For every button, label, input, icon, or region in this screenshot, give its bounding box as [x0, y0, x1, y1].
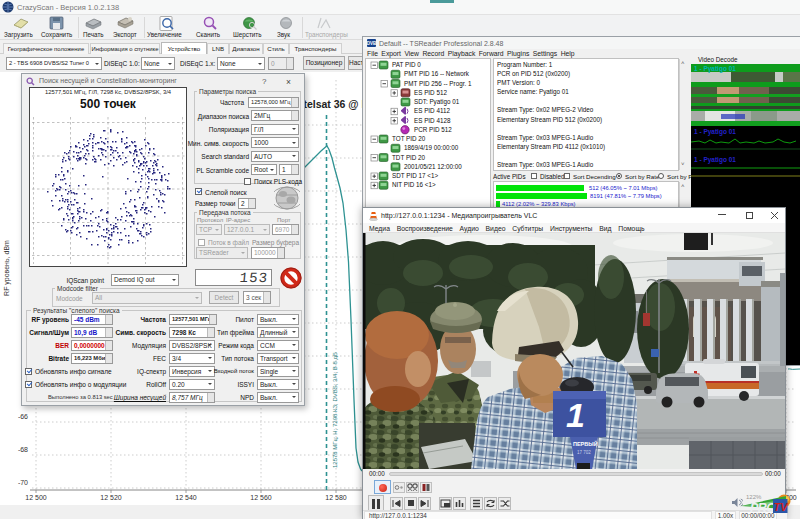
svg-text:TV: TV	[774, 501, 790, 513]
svg-text:1 - Pyatigo 01: 1 - Pyatigo 01	[694, 128, 736, 136]
svg-text:1 - Pyatigo 01: 1 - Pyatigo 01	[694, 156, 736, 164]
svg-text:12 580: 12 580	[325, 494, 347, 501]
svg-text:12578 МГц; Н; 7298 КЗ; DVBS; 3: 12578 МГц; Н; 7298 КЗ; DVBS; 3/4; В 8 дБ	[332, 352, 338, 468]
svg-text:RF уровень, dBm: RF уровень, dBm	[3, 240, 11, 296]
svg-text:12 500: 12 500	[25, 494, 47, 501]
svg-text:12 520: 12 520	[100, 494, 122, 501]
svg-text:DVB: DVB	[367, 41, 376, 46]
svg-text:-66: -66	[18, 413, 28, 420]
svg-text:-68: -68	[18, 446, 28, 453]
svg-text:1 - Pyatigo 01: 1 - Pyatigo 01	[694, 65, 736, 73]
svg-text:12 560: 12 560	[250, 494, 272, 501]
svg-text:-70: -70	[18, 479, 28, 486]
svg-text:1: 1	[566, 396, 585, 434]
svg-text:17 702: 17 702	[577, 450, 591, 455]
svg-text:12 540: 12 540	[175, 494, 197, 501]
svg-text:PRO: PRO	[750, 501, 776, 515]
svg-text:ПЕРВЫЙ: ПЕРВЫЙ	[573, 440, 598, 447]
